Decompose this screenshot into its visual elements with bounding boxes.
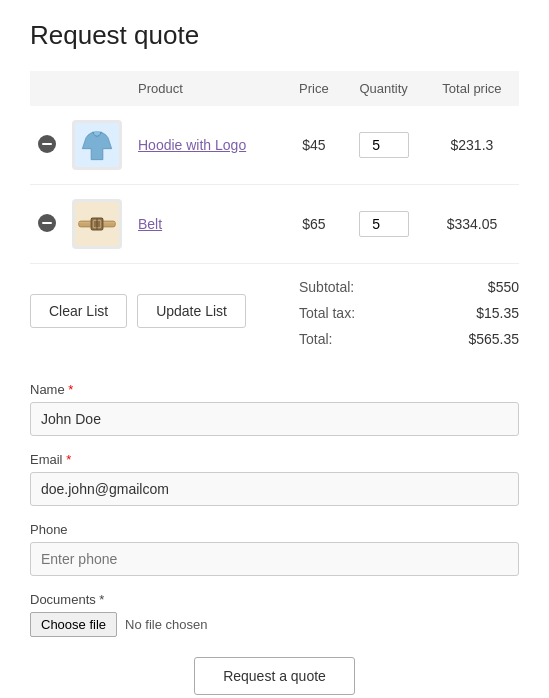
remove-row-1-button[interactable] <box>38 135 56 156</box>
table-row: Belt $65 $334.05 <box>30 185 519 264</box>
quote-table: Product Price Quantity Total price <box>30 71 519 264</box>
price-cell-belt: $65 <box>285 185 342 264</box>
phone-input[interactable] <box>30 542 519 576</box>
table-row: Hoodie with Logo $45 $231.3 <box>30 106 519 185</box>
price-cell-hoodie: $45 <box>285 106 342 185</box>
product-image-belt <box>72 199 122 249</box>
choose-file-button[interactable]: Choose file <box>30 612 117 637</box>
product-link-hoodie[interactable]: Hoodie with Logo <box>138 137 246 153</box>
quote-form: Name * Email * Phone Documents * Choose … <box>30 382 519 637</box>
col-header-total: Total price <box>425 71 519 106</box>
name-label: Name * <box>30 382 519 397</box>
tax-label: Total tax: <box>299 305 355 321</box>
name-input[interactable] <box>30 402 519 436</box>
email-label: Email * <box>30 452 519 467</box>
email-input[interactable] <box>30 472 519 506</box>
phone-label: Phone <box>30 522 519 537</box>
file-none-text: No file chosen <box>125 617 207 632</box>
col-header-quantity: Quantity <box>342 71 425 106</box>
product-link-belt[interactable]: Belt <box>138 216 162 232</box>
quantity-input-belt[interactable] <box>359 211 409 237</box>
update-list-button[interactable]: Update List <box>137 294 246 328</box>
documents-label: Documents * <box>30 592 519 607</box>
total-cell-belt: $334.05 <box>425 185 519 264</box>
product-image-hoodie <box>72 120 122 170</box>
quantity-input-hoodie[interactable] <box>359 132 409 158</box>
remove-row-2-button[interactable] <box>38 214 56 235</box>
subtotal-value: $550 <box>488 279 519 295</box>
request-quote-button[interactable]: Request a quote <box>194 657 355 695</box>
total-value: $565.35 <box>468 331 519 347</box>
order-summary: Subtotal: $550 Total tax: $15.35 Total: … <box>299 274 519 352</box>
col-header-price: Price <box>285 71 342 106</box>
svg-point-3 <box>94 131 100 135</box>
tax-value: $15.35 <box>476 305 519 321</box>
email-required-mark: * <box>63 452 72 467</box>
docs-required-mark: * <box>96 592 105 607</box>
name-required-mark: * <box>65 382 74 397</box>
clear-list-button[interactable]: Clear List <box>30 294 127 328</box>
col-header-product: Product <box>130 71 285 106</box>
total-label: Total: <box>299 331 332 347</box>
page-title: Request quote <box>30 20 519 51</box>
total-cell-hoodie: $231.3 <box>425 106 519 185</box>
subtotal-label: Subtotal: <box>299 279 354 295</box>
